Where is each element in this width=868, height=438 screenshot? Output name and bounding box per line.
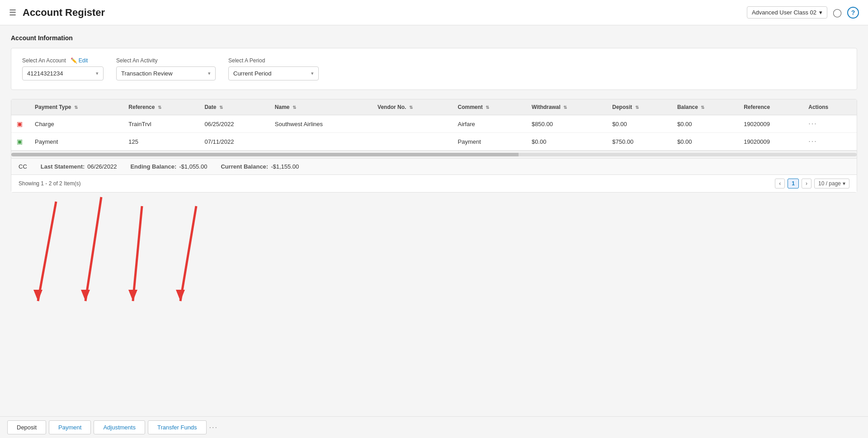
showing-text: Showing 1 - 2 of 2 Item(s) xyxy=(19,180,80,187)
page-title: Account Register xyxy=(23,7,105,19)
last-statement: Last Statement: 06/26/2022 xyxy=(41,163,117,170)
chevron-down-icon: ▾ xyxy=(819,9,822,16)
th-actions: Actions xyxy=(803,99,857,115)
cell-deposit: $0.00 xyxy=(607,115,672,133)
account-select[interactable]: 41214321234 ▾ xyxy=(22,66,104,80)
svg-line-2 xyxy=(85,197,101,301)
chevron-down-icon: ▾ xyxy=(843,180,845,187)
minus-icon: ▣ xyxy=(17,120,23,127)
activity-value: Transaction Review xyxy=(121,70,173,77)
row-actions-button[interactable]: ··· xyxy=(808,120,817,127)
more-options-button[interactable]: ··· xyxy=(209,424,218,432)
select-period-label: Select A Period xyxy=(228,57,319,64)
table-row: ▣ Payment 125 07/11/2022 Payment $0.00 $… xyxy=(11,133,857,151)
prev-page-button[interactable]: ‹ xyxy=(775,179,785,188)
select-account-label: Select An Account xyxy=(22,57,66,64)
cell-withdrawal: $850.00 xyxy=(526,115,607,133)
user-icon[interactable]: ◯ xyxy=(833,8,842,18)
row-actions-button[interactable]: ··· xyxy=(808,137,817,145)
cell-icon: ▣ xyxy=(11,115,29,133)
section-title: Account Information xyxy=(11,34,857,42)
account-code: CC xyxy=(19,163,27,170)
svg-line-6 xyxy=(180,206,196,301)
header-right: Advanced User Class 02 ▾ ◯ ? xyxy=(747,6,859,19)
cell-comment: Payment xyxy=(452,133,526,151)
red-arrows-svg xyxy=(11,193,857,319)
cell-payment-type: Payment xyxy=(29,133,123,151)
svg-marker-5 xyxy=(128,290,137,301)
main-content: Account Information Select An Account ✏️… xyxy=(0,25,868,416)
th-withdrawal[interactable]: Withdrawal ⇅ xyxy=(526,99,607,115)
cell-payment-type: Charge xyxy=(29,115,123,133)
current-balance: Current Balance: -$1,155.00 xyxy=(221,163,299,170)
deposit-button[interactable]: Deposit xyxy=(7,420,46,434)
select-account-group: Select An Account ✏️ Edit 41214321234 ▾ xyxy=(22,57,104,80)
th-date[interactable]: Date ⇅ xyxy=(199,99,269,115)
arrows-area xyxy=(11,193,857,319)
cell-name: Southwest Airlines xyxy=(269,115,372,133)
period-value: Current Period xyxy=(233,70,272,77)
user-class-dropdown[interactable]: Advanced User Class 02 ▾ xyxy=(747,6,827,19)
help-icon[interactable]: ? xyxy=(847,7,859,19)
account-label-row: Select An Account ✏️ Edit xyxy=(22,57,104,64)
chevron-down-icon: ▾ xyxy=(311,71,314,76)
th-icon xyxy=(11,99,29,115)
cell-actions[interactable]: ··· xyxy=(803,115,857,133)
table-row: ▣ Charge TrainTrvl 06/25/2022 Southwest … xyxy=(11,115,857,133)
chevron-down-icon: ▾ xyxy=(208,71,211,76)
cell-date: 07/11/2022 xyxy=(199,133,269,151)
svg-marker-1 xyxy=(33,290,42,301)
chevron-down-icon: ▾ xyxy=(96,71,99,76)
cell-vendor-no xyxy=(372,133,452,151)
cell-reference: 125 xyxy=(123,133,199,151)
pencil-icon: ✏️ xyxy=(71,57,77,64)
edit-link[interactable]: ✏️ Edit xyxy=(71,57,88,64)
account-selects: Select An Account ✏️ Edit 41214321234 ▾ … xyxy=(22,57,846,80)
th-name[interactable]: Name ⇅ xyxy=(269,99,372,115)
cell-balance: $0.00 xyxy=(672,115,738,133)
hamburger-icon[interactable]: ☰ xyxy=(9,8,16,18)
page-1-button[interactable]: 1 xyxy=(788,179,799,188)
cell-withdrawal: $0.00 xyxy=(526,133,607,151)
th-reference[interactable]: Reference ⇅ xyxy=(123,99,199,115)
table-header-row: Payment Type ⇅ Reference ⇅ Date ⇅ Name ⇅… xyxy=(11,99,857,115)
next-page-button[interactable]: › xyxy=(802,179,811,188)
transaction-table-container: Payment Type ⇅ Reference ⇅ Date ⇅ Name ⇅… xyxy=(11,99,857,193)
ending-balance: Ending Balance: -$1,055.00 xyxy=(130,163,207,170)
transfer-funds-button[interactable]: Transfer Funds xyxy=(148,420,207,434)
account-info-panel: Select An Account ✏️ Edit 41214321234 ▾ … xyxy=(11,48,857,90)
svg-line-4 xyxy=(133,206,142,301)
header: ☰ Account Register Advanced User Class 0… xyxy=(0,0,868,25)
cell-reference2: 19020009 xyxy=(738,133,803,151)
cell-reference2: 19020009 xyxy=(738,115,803,133)
cell-icon: ▣ xyxy=(11,133,29,151)
user-class-label: Advanced User Class 02 xyxy=(752,9,816,16)
th-payment-type[interactable]: Payment Type ⇅ xyxy=(29,99,123,115)
per-page-select[interactable]: 10 / page ▾ xyxy=(814,179,849,188)
th-balance[interactable]: Balance ⇅ xyxy=(672,99,738,115)
cell-deposit: $750.00 xyxy=(607,133,672,151)
th-reference2[interactable]: Reference xyxy=(738,99,803,115)
pagination-row: Showing 1 - 2 of 2 Item(s) ‹ 1 › 10 / pa… xyxy=(11,174,857,192)
period-select[interactable]: Current Period ▾ xyxy=(228,66,319,80)
account-value: 41214321234 xyxy=(27,70,63,77)
cell-vendor-no xyxy=(372,115,452,133)
th-deposit[interactable]: Deposit ⇅ xyxy=(607,99,672,115)
payment-button[interactable]: Payment xyxy=(49,420,91,434)
pagination-controls: ‹ 1 › 10 / page ▾ xyxy=(775,179,849,188)
cell-date: 06/25/2022 xyxy=(199,115,269,133)
cell-reference: TrainTrvl xyxy=(123,115,199,133)
transaction-table: Payment Type ⇅ Reference ⇅ Date ⇅ Name ⇅… xyxy=(11,99,857,151)
th-comment[interactable]: Comment ⇅ xyxy=(452,99,526,115)
th-vendor-no[interactable]: Vendor No. ⇅ xyxy=(372,99,452,115)
cell-actions[interactable]: ··· xyxy=(803,133,857,151)
activity-select[interactable]: Transaction Review ▾ xyxy=(116,66,216,80)
cell-balance: $0.00 xyxy=(672,133,738,151)
adjustments-button[interactable]: Adjustments xyxy=(94,420,145,434)
cell-comment: Airfare xyxy=(452,115,526,133)
svg-marker-7 xyxy=(176,290,185,301)
horizontal-scrollbar[interactable] xyxy=(11,151,857,158)
svg-marker-3 xyxy=(81,290,90,301)
select-activity-label: Select An Activity xyxy=(116,57,216,64)
footer-bar: Deposit Payment Adjustments Transfer Fun… xyxy=(0,416,868,438)
